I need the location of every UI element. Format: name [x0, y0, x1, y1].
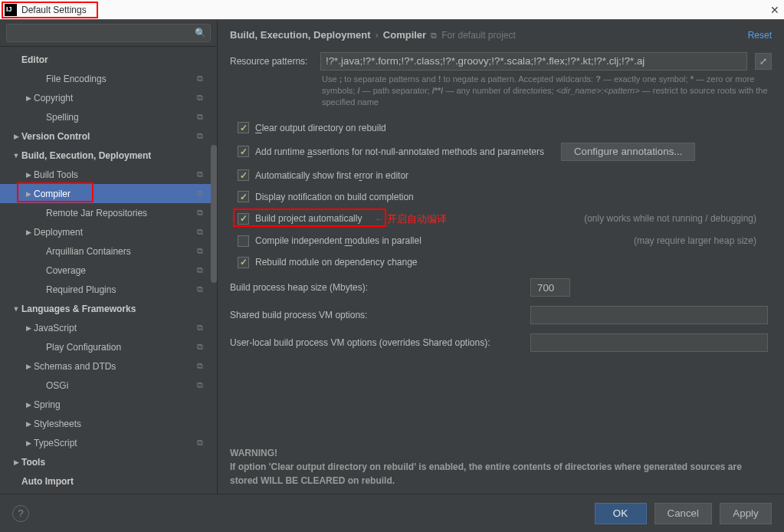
sidebar-item-label: File Encodings	[46, 74, 197, 84]
sidebar-item-version-control[interactable]: ▶Version Control⧉	[0, 126, 217, 146]
build-auto-label[interactable]: Build project automatically	[255, 212, 362, 225]
rebuild-dep-checkbox[interactable]	[238, 257, 249, 268]
resource-patterns-input[interactable]	[320, 52, 747, 71]
search-icon: 🔍	[195, 28, 206, 38]
sidebar-item-label: Version Control	[21, 131, 197, 142]
sidebar-item-label: Remote Jar Repositories	[46, 208, 197, 218]
tree-arrow-icon: ▼	[11, 305, 21, 313]
sidebar-item-schemas-and-dtds[interactable]: ▶Schemas and DTDs⧉	[0, 356, 217, 376]
assertions-checkbox[interactable]	[238, 146, 249, 157]
sidebar-item-label: TypeScript	[34, 438, 197, 448]
sidebar-item-copyright[interactable]: ▶Copyright⧉	[0, 88, 217, 107]
clear-output-label[interactable]: Clear output directory on rebuild	[255, 121, 386, 135]
sidebar-item-file-encodings[interactable]: File Encodings⧉	[0, 69, 217, 88]
sidebar-item-label: Tools	[21, 457, 203, 468]
sidebar-item-build-execution-deployment[interactable]: ▼Build, Execution, Deployment⧉	[0, 146, 217, 165]
assertions-label[interactable]: Add runtime assertions for not-null-anno…	[255, 145, 544, 159]
close-icon[interactable]: ✕	[770, 4, 779, 16]
sidebar-item-deployment[interactable]: ▶Deployment⧉	[0, 222, 217, 241]
sidebar-item-label: Compiler	[34, 189, 197, 199]
sidebar-item-editor[interactable]: Editor⧉	[0, 50, 217, 69]
tree-arrow-icon: ▶	[23, 439, 34, 447]
sidebar-item-typescript[interactable]: ▶TypeScript⧉	[0, 433, 217, 452]
breadcrumb: Build, Execution, Deployment › Compiler …	[230, 28, 772, 43]
sidebar-item-arquillian-containers[interactable]: Arquillian Containers⧉	[0, 241, 217, 261]
first-error-checkbox[interactable]	[238, 169, 249, 181]
sidebar-item-stylesheets[interactable]: ▶Stylesheets⧉	[0, 414, 217, 433]
sidebar-item-compiler[interactable]: ▶Compiler⧉	[0, 184, 217, 203]
sidebar-scroll-thumb[interactable]	[211, 145, 217, 283]
tree-arrow-icon: ▶	[23, 420, 34, 428]
tree-arrow-icon: ▶	[23, 363, 34, 370]
tree-arrow-icon: ▼	[11, 152, 21, 159]
sidebar-item-label: OSGi	[46, 380, 197, 391]
resource-help-text: Use ; to separate patterns and ! to nega…	[322, 74, 772, 109]
sidebar-item-label: JavaScript	[34, 323, 197, 333]
expand-patterns-button[interactable]: ⤢	[755, 53, 772, 70]
sidebar-item-spelling[interactable]: Spelling⧉	[0, 107, 217, 126]
sidebar-item-languages-frameworks[interactable]: ▼Languages & Frameworks⧉	[0, 299, 217, 318]
copy-project-icon: ⧉	[197, 93, 203, 103]
search-input[interactable]	[6, 24, 211, 42]
sidebar-item-label: Build Tools	[34, 169, 197, 180]
sidebar-item-label: Spelling	[46, 112, 197, 123]
user-vm-input[interactable]	[530, 333, 768, 352]
crumb-parent[interactable]: Build, Execution, Deployment	[230, 28, 370, 43]
sidebar-item-remote-jar-repositories[interactable]: Remote Jar Repositories⧉	[0, 203, 217, 222]
window-title: Default Settings	[21, 5, 87, 15]
reset-link[interactable]: Reset	[748, 28, 772, 42]
sidebar-item-label: Languages & Frameworks	[21, 304, 203, 314]
sidebar-item-tools[interactable]: ▶Tools⧉	[0, 452, 217, 471]
titlebar: Default Settings ✕	[0, 0, 784, 20]
sidebar-item-javascript[interactable]: ▶JavaScript⧉	[0, 318, 217, 337]
notify-checkbox[interactable]	[238, 191, 249, 202]
copy-project-icon: ⧉	[197, 323, 203, 333]
sidebar-item-play-configuration[interactable]: Play Configuration⧉	[0, 337, 217, 356]
sidebar-item-spring[interactable]: ▶Spring⧉	[0, 395, 217, 414]
warning-text: If option 'Clear output directory on reb…	[230, 461, 742, 486]
sidebar-item-label: Coverage	[46, 265, 197, 276]
copy-project-icon: ⧉	[197, 265, 203, 275]
copy-project-icon: ⧉	[197, 438, 203, 448]
tree-arrow-icon: ▶	[23, 94, 34, 102]
build-auto-note: (only works while not running / debuggin…	[584, 212, 756, 225]
resource-patterns-label: Resource patterns:	[230, 54, 313, 68]
sidebar-item-label: Arquillian Containers	[46, 246, 197, 257]
shared-vm-input[interactable]	[530, 306, 768, 324]
sidebar-item-required-plugins[interactable]: Required Plugins⧉	[0, 280, 217, 299]
notify-label[interactable]: Display notification on build completion	[255, 190, 414, 204]
parallel-note: (may require larger heap size)	[634, 234, 756, 248]
sidebar-item-label: Copyright	[34, 93, 197, 103]
sidebar-item-coverage[interactable]: Coverage⧉	[0, 261, 217, 280]
sidebar-scrollbar[interactable]	[211, 47, 217, 494]
cancel-button[interactable]: Cancel	[654, 503, 713, 524]
sidebar-item-auto-import[interactable]: Auto Import⧉	[0, 471, 217, 491]
shared-vm-label: Shared build process VM options:	[230, 308, 521, 322]
clear-output-checkbox[interactable]	[238, 122, 249, 133]
sidebar-item-label: Schemas and DTDs	[34, 361, 197, 372]
for-default-label: For default project	[441, 28, 516, 42]
app-icon	[5, 4, 17, 16]
copy-project-icon: ⧉	[197, 361, 203, 371]
chevron-right-icon: ›	[375, 28, 378, 43]
first-error-label[interactable]: Automatically show first error in editor	[255, 169, 408, 182]
copy-project-icon: ⧉	[197, 208, 203, 218]
sidebar-item-build-tools[interactable]: ▶Build Tools⧉	[0, 165, 217, 184]
help-button[interactable]: ?	[12, 505, 29, 522]
ok-button[interactable]: OK	[595, 503, 647, 524]
tree-arrow-icon: ▶	[23, 190, 34, 198]
build-auto-checkbox[interactable]	[238, 213, 249, 225]
warning-title: WARNING!	[230, 448, 277, 458]
tree-arrow-icon: ▶	[23, 324, 34, 332]
configure-annotations-button[interactable]: Configure annotations...	[561, 143, 696, 161]
heap-size-input[interactable]	[530, 278, 570, 297]
parallel-label[interactable]: Compile independent modules in parallel	[255, 234, 422, 248]
sidebar-item-osgi[interactable]: OSGi⧉	[0, 376, 217, 395]
apply-button[interactable]: Apply	[720, 503, 772, 524]
parallel-checkbox[interactable]	[238, 235, 249, 247]
settings-tree: Editor⧉File Encodings⧉▶Copyright⧉Spellin…	[0, 47, 217, 494]
rebuild-dep-label[interactable]: Rebuild module on dependency change	[255, 255, 418, 269]
copy-project-icon: ⧉	[197, 380, 203, 390]
sidebar-item-label: Play Configuration	[46, 342, 197, 353]
warning-block: WARNING! If option 'Clear output directo…	[230, 446, 772, 488]
